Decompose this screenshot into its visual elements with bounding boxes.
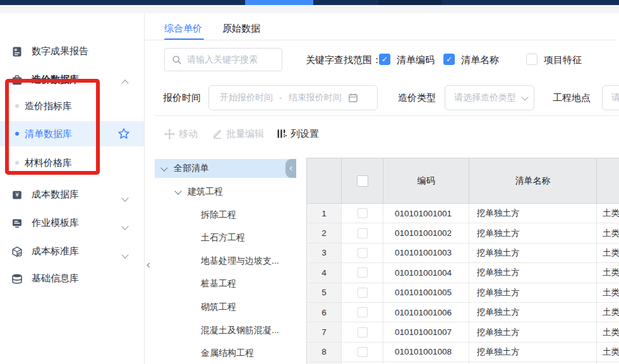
move-button[interactable]: 移动: [164, 125, 198, 143]
row-checkbox-cell[interactable]: [342, 204, 383, 223]
tree-node-label: 地基处理与边坡支...: [201, 255, 279, 267]
row-code: 010101001001: [383, 204, 469, 223]
tree-node-label: 桩基工程: [201, 278, 236, 290]
row-feature: 土类别: [597, 343, 619, 362]
sidebar-subitem-label: 造价指标库: [25, 100, 72, 112]
row-checkbox-cell[interactable]: [342, 343, 383, 362]
row-feature: 土类别: [597, 223, 619, 243]
move-icon: [164, 129, 175, 139]
checkbox-list-code[interactable]: ✓: [379, 54, 390, 65]
tab-raw-data[interactable]: 原始数据: [222, 19, 260, 40]
row-checkbox-cell[interactable]: [342, 283, 383, 303]
chevron-down-icon[interactable]: [123, 220, 128, 232]
row-code: 010101001004: [383, 263, 469, 283]
table-row[interactable]: 6 010101001006 挖单独土方 土类别: [306, 303, 619, 322]
row-feature: 土类别: [597, 322, 619, 342]
checkbox-list-name[interactable]: ✓: [443, 54, 455, 65]
row-checkbox-cell[interactable]: [342, 263, 383, 283]
move-label: 移动: [179, 128, 198, 140]
svg-text:¥: ¥: [15, 78, 19, 84]
sidebar-collapse-icon[interactable]: ‹: [144, 257, 153, 272]
chevron-down-icon[interactable]: [123, 249, 128, 260]
row-checkbox-cell[interactable]: [342, 223, 383, 243]
sidebar-item-cost-standard-db[interactable]: 成本标准库: [0, 237, 144, 266]
checkbox-label-list-name[interactable]: 清单名称: [461, 48, 499, 71]
row-feature: 土类别: [597, 263, 619, 283]
select-all-checkbox[interactable]: [357, 175, 368, 187]
table-row[interactable]: 4 010101001004 挖单独土方 土类别: [306, 263, 619, 283]
tree-node-building-eng[interactable]: 建筑工程: [155, 180, 291, 203]
sidebar-item-cost-data-db[interactable]: ¥ 成本数据库: [0, 180, 144, 209]
row-feature: 土类别: [597, 303, 619, 322]
row-checkbox[interactable]: [358, 228, 368, 238]
row-checkbox[interactable]: [358, 327, 368, 338]
sidebar-item-template-db[interactable]: 作业模板库: [0, 209, 144, 237]
cost-type-select[interactable]: 请选择造价类型: [445, 85, 534, 110]
tree-node-label: 混凝土及钢筋混凝...: [201, 325, 279, 336]
chevron-down-icon[interactable]: [123, 192, 128, 203]
row-feature: 土类别: [597, 204, 619, 223]
checkbox-label-project-feature[interactable]: 项目特征: [544, 48, 582, 71]
tree-node-concrete[interactable]: 混凝土及钢筋混凝...: [155, 319, 291, 342]
row-index: 5: [306, 283, 342, 303]
checkbox-project-feature[interactable]: [526, 54, 538, 65]
app-root: 数字成果报告 ¥ 造价数据库 造价指标库 清单数据库 材料价格库: [0, 0, 619, 364]
sidebar-subitem-label: 清单数据库: [25, 128, 72, 140]
row-name: 挖单独土方: [469, 223, 597, 243]
location-select[interactable]: 请选择工程地点: [602, 85, 619, 110]
row-checkbox-cell[interactable]: [342, 322, 383, 342]
sidebar-item-cost-index-db[interactable]: 造价指标库: [0, 93, 144, 119]
row-checkbox-cell[interactable]: [342, 244, 383, 263]
tree-node-demolition[interactable]: 拆除工程: [155, 204, 291, 226]
checkbox-label-list-code[interactable]: 清单编码: [397, 48, 435, 71]
sidebar-item-list-db[interactable]: 清单数据库: [0, 121, 144, 146]
star-icon[interactable]: [117, 127, 130, 140]
tab-composite-unit-price[interactable]: 综合单价: [164, 19, 202, 40]
row-code: 010101001008: [383, 343, 469, 362]
table-row[interactable]: 8 010101001008 挖单独土方 土类别: [306, 343, 619, 362]
row-checkbox[interactable]: [358, 267, 368, 278]
tree-node-masonry[interactable]: 砌筑工程: [155, 296, 291, 319]
topbar-dark-segment: [379, 0, 442, 5]
sidebar-item-base-info-db[interactable]: 基础信息库: [0, 264, 144, 293]
sidebar-item-cost-database[interactable]: ¥ 造价数据库: [0, 66, 144, 94]
tree-node-foundation-slope[interactable]: 地基处理与边坡支...: [155, 250, 291, 273]
table-row[interactable]: 1 010101001001 挖单独土方 土类别: [306, 204, 619, 223]
sidebar-subitem-label: 材料价格库: [25, 157, 72, 169]
tree-collapse-handle[interactable]: ‹: [285, 159, 296, 178]
calendar-icon: [348, 93, 358, 103]
tree-node-label: 拆除工程: [201, 209, 236, 221]
chevron-down-icon[interactable]: [174, 187, 181, 194]
table-row[interactable]: 7 010101001007 挖单独土方 土类别: [306, 322, 619, 342]
browser-topbar: [0, 0, 619, 5]
column-settings-button[interactable]: 列设置: [277, 125, 319, 143]
table-row[interactable]: 5 010101001005 挖单独土方 土类别: [306, 283, 619, 303]
quote-time-label: 报价时间: [163, 85, 201, 110]
row-checkbox[interactable]: [358, 208, 368, 218]
standard-icon: [11, 246, 23, 257]
row-checkbox[interactable]: [358, 248, 368, 258]
tree-node-label: 土石方工程: [201, 232, 245, 244]
row-checkbox[interactable]: [358, 307, 368, 317]
sidebar-item-material-price-db[interactable]: 材料价格库: [0, 150, 144, 176]
cost-type-label: 造价类型: [398, 85, 436, 110]
row-index: 6: [306, 303, 342, 322]
chevron-up-icon[interactable]: [123, 77, 128, 88]
tree-node-earthwork[interactable]: 土石方工程: [155, 226, 291, 249]
report-icon: [11, 46, 23, 57]
quote-time-range-picker[interactable]: 开始报价时间 - 结束报价时间: [208, 85, 378, 110]
sidebar-item-label: 成本标准库: [32, 245, 79, 257]
row-checkbox-cell[interactable]: [342, 303, 383, 322]
chevron-down-icon[interactable]: [160, 164, 167, 171]
tree-node-pile-foundation[interactable]: 桩基工程: [155, 273, 291, 295]
tree-node-metal-structure[interactable]: 金属结构工程: [155, 342, 291, 364]
table-row[interactable]: 2 010101001002 挖单独土方 土类别: [306, 223, 619, 243]
row-checkbox[interactable]: [358, 288, 368, 298]
table-row[interactable]: 3 010101001003 挖单独土方 土类别: [306, 244, 619, 263]
batch-edit-button[interactable]: 批量编辑: [212, 125, 264, 143]
batch-edit-label: 批量编辑: [226, 128, 264, 140]
tree-node-all-lists[interactable]: 全部清单: [155, 159, 291, 178]
search-input[interactable]: 请输入关键字搜索: [164, 48, 282, 71]
row-checkbox[interactable]: [358, 347, 368, 357]
sidebar-item-digital-report[interactable]: 数字成果报告: [0, 37, 144, 66]
